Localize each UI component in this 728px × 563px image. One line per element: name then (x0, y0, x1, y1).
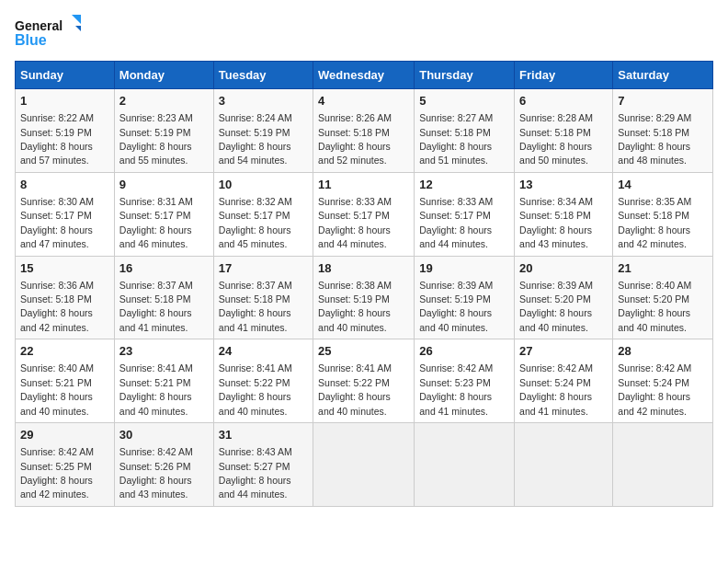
day-number: 17 (219, 260, 308, 277)
day-info: Sunrise: 8:24 AM Sunset: 5:19 PM Dayligh… (219, 112, 292, 166)
day-cell: 10Sunrise: 8:32 AM Sunset: 5:17 PM Dayli… (213, 172, 313, 256)
day-number: 9 (119, 177, 209, 193)
day-cell: 26Sunrise: 8:42 AM Sunset: 5:23 PM Dayli… (415, 339, 515, 423)
day-cell: 16Sunrise: 8:37 AM Sunset: 5:18 PM Dayli… (114, 256, 213, 339)
day-cell: 8Sunrise: 8:30 AM Sunset: 5:17 PM Daylig… (16, 172, 115, 256)
day-cell: 4Sunrise: 8:26 AM Sunset: 5:18 PM Daylig… (313, 89, 415, 173)
day-number: 12 (419, 177, 509, 193)
day-info: Sunrise: 8:40 AM Sunset: 5:20 PM Dayligh… (618, 280, 691, 333)
day-cell: 6Sunrise: 8:28 AM Sunset: 5:18 PM Daylig… (515, 89, 613, 173)
col-header-thursday: Thursday (415, 62, 515, 89)
svg-text:General: General (15, 18, 63, 33)
svg-marker-2 (72, 15, 81, 24)
day-cell: 12Sunrise: 8:33 AM Sunset: 5:17 PM Dayli… (415, 172, 515, 256)
day-cell: 27Sunrise: 8:42 AM Sunset: 5:24 PM Dayli… (515, 339, 613, 423)
day-number: 8 (20, 177, 109, 193)
day-number: 24 (219, 343, 308, 360)
week-row-2: 8Sunrise: 8:30 AM Sunset: 5:17 PM Daylig… (16, 172, 713, 256)
day-cell: 20Sunrise: 8:39 AM Sunset: 5:20 PM Dayli… (515, 256, 613, 339)
day-info: Sunrise: 8:37 AM Sunset: 5:18 PM Dayligh… (219, 280, 292, 333)
day-info: Sunrise: 8:32 AM Sunset: 5:17 PM Dayligh… (219, 196, 292, 249)
day-info: Sunrise: 8:38 AM Sunset: 5:19 PM Dayligh… (318, 280, 392, 333)
day-info: Sunrise: 8:42 AM Sunset: 5:25 PM Dayligh… (20, 446, 94, 500)
day-cell: 21Sunrise: 8:40 AM Sunset: 5:20 PM Dayli… (613, 256, 713, 339)
col-header-monday: Monday (114, 62, 213, 89)
day-cell: 7Sunrise: 8:29 AM Sunset: 5:18 PM Daylig… (613, 89, 713, 173)
logo-svg: General Blue (15, 15, 88, 52)
day-info: Sunrise: 8:37 AM Sunset: 5:18 PM Dayligh… (119, 280, 193, 333)
day-info: Sunrise: 8:35 AM Sunset: 5:18 PM Dayligh… (618, 196, 691, 249)
day-info: Sunrise: 8:42 AM Sunset: 5:24 PM Dayligh… (618, 362, 691, 416)
day-number: 11 (318, 177, 409, 193)
day-info: Sunrise: 8:23 AM Sunset: 5:19 PM Dayligh… (119, 112, 193, 166)
day-info: Sunrise: 8:39 AM Sunset: 5:20 PM Dayligh… (519, 280, 593, 333)
day-number: 20 (519, 260, 608, 277)
day-info: Sunrise: 8:43 AM Sunset: 5:27 PM Dayligh… (219, 446, 292, 500)
day-number: 28 (618, 343, 708, 360)
day-number: 15 (20, 260, 109, 277)
day-info: Sunrise: 8:29 AM Sunset: 5:18 PM Dayligh… (618, 112, 691, 166)
day-number: 30 (119, 427, 209, 443)
day-cell: 24Sunrise: 8:41 AM Sunset: 5:22 PM Dayli… (213, 339, 313, 423)
day-cell: 19Sunrise: 8:39 AM Sunset: 5:19 PM Dayli… (415, 256, 515, 339)
week-row-1: 1Sunrise: 8:22 AM Sunset: 5:19 PM Daylig… (16, 89, 713, 173)
col-header-wednesday: Wednesday (313, 62, 415, 89)
day-cell: 13Sunrise: 8:34 AM Sunset: 5:18 PM Dayli… (515, 172, 613, 256)
day-info: Sunrise: 8:33 AM Sunset: 5:17 PM Dayligh… (318, 196, 392, 249)
day-cell: 28Sunrise: 8:42 AM Sunset: 5:24 PM Dayli… (613, 339, 713, 423)
day-cell (415, 423, 515, 507)
day-cell: 22Sunrise: 8:40 AM Sunset: 5:21 PM Dayli… (16, 339, 115, 423)
col-header-sunday: Sunday (16, 62, 115, 89)
day-info: Sunrise: 8:22 AM Sunset: 5:19 PM Dayligh… (20, 112, 94, 166)
col-header-tuesday: Tuesday (213, 62, 313, 89)
day-cell (313, 423, 415, 507)
day-cell: 30Sunrise: 8:42 AM Sunset: 5:26 PM Dayli… (114, 423, 213, 507)
day-number: 5 (419, 93, 509, 109)
day-cell: 3Sunrise: 8:24 AM Sunset: 5:19 PM Daylig… (213, 89, 313, 173)
day-info: Sunrise: 8:41 AM Sunset: 5:22 PM Dayligh… (318, 362, 392, 416)
day-cell: 2Sunrise: 8:23 AM Sunset: 5:19 PM Daylig… (114, 89, 213, 173)
day-number: 10 (219, 177, 308, 193)
day-number: 16 (119, 260, 209, 277)
day-number: 26 (419, 343, 509, 360)
day-info: Sunrise: 8:42 AM Sunset: 5:23 PM Dayligh… (419, 362, 493, 416)
day-number: 23 (119, 343, 209, 360)
svg-text:Blue: Blue (15, 32, 47, 48)
week-row-5: 29Sunrise: 8:42 AM Sunset: 5:25 PM Dayli… (16, 423, 713, 507)
svg-marker-3 (75, 26, 81, 31)
day-cell: 25Sunrise: 8:41 AM Sunset: 5:22 PM Dayli… (313, 339, 415, 423)
day-cell: 11Sunrise: 8:33 AM Sunset: 5:17 PM Dayli… (313, 172, 415, 256)
day-info: Sunrise: 8:41 AM Sunset: 5:22 PM Dayligh… (219, 362, 292, 416)
day-number: 13 (519, 177, 608, 193)
day-number: 2 (119, 93, 209, 109)
day-number: 25 (318, 343, 409, 360)
day-cell: 31Sunrise: 8:43 AM Sunset: 5:27 PM Dayli… (213, 423, 313, 507)
day-info: Sunrise: 8:30 AM Sunset: 5:17 PM Dayligh… (20, 196, 94, 249)
day-info: Sunrise: 8:41 AM Sunset: 5:21 PM Dayligh… (119, 362, 193, 416)
header-row: SundayMondayTuesdayWednesdayThursdayFrid… (16, 62, 713, 89)
day-info: Sunrise: 8:26 AM Sunset: 5:18 PM Dayligh… (318, 112, 392, 166)
day-info: Sunrise: 8:36 AM Sunset: 5:18 PM Dayligh… (20, 280, 94, 333)
day-cell (613, 423, 713, 507)
day-info: Sunrise: 8:27 AM Sunset: 5:18 PM Dayligh… (419, 112, 493, 166)
day-cell: 9Sunrise: 8:31 AM Sunset: 5:17 PM Daylig… (114, 172, 213, 256)
logo: General Blue (15, 15, 88, 52)
col-header-friday: Friday (515, 62, 613, 89)
day-number: 14 (618, 177, 708, 193)
day-cell: 17Sunrise: 8:37 AM Sunset: 5:18 PM Dayli… (213, 256, 313, 339)
day-number: 3 (219, 93, 308, 109)
day-number: 19 (419, 260, 509, 277)
day-cell: 18Sunrise: 8:38 AM Sunset: 5:19 PM Dayli… (313, 256, 415, 339)
day-number: 6 (519, 93, 608, 109)
week-row-4: 22Sunrise: 8:40 AM Sunset: 5:21 PM Dayli… (16, 339, 713, 423)
day-number: 18 (318, 260, 409, 277)
day-info: Sunrise: 8:39 AM Sunset: 5:19 PM Dayligh… (419, 280, 493, 333)
day-number: 7 (618, 93, 708, 109)
day-info: Sunrise: 8:31 AM Sunset: 5:17 PM Dayligh… (119, 196, 193, 249)
day-cell (515, 423, 613, 507)
day-info: Sunrise: 8:33 AM Sunset: 5:17 PM Dayligh… (419, 196, 493, 249)
calendar-table: SundayMondayTuesdayWednesdayThursdayFrid… (15, 61, 713, 507)
day-info: Sunrise: 8:40 AM Sunset: 5:21 PM Dayligh… (20, 362, 94, 416)
day-number: 1 (20, 93, 109, 109)
day-cell: 14Sunrise: 8:35 AM Sunset: 5:18 PM Dayli… (613, 172, 713, 256)
